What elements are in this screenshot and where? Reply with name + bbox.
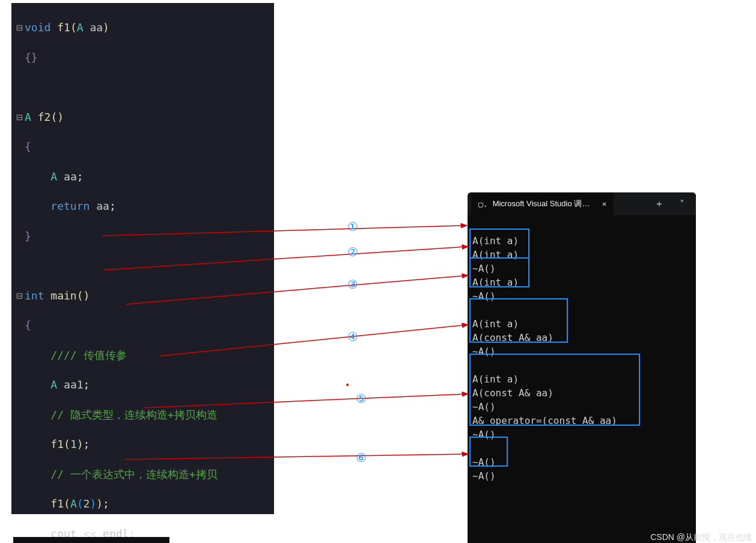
annotation-2: ②: [347, 245, 358, 259]
annotation-6: ⑥: [356, 450, 367, 465]
console-line: A(int a): [472, 277, 519, 288]
terminal-icon: ▢.: [478, 200, 488, 209]
annotation-4: ④: [347, 330, 358, 344]
bottom-segment: [13, 537, 169, 543]
console-line: ~A(): [472, 456, 496, 468]
console-line: ~A(): [472, 470, 496, 482]
console-line: A(int a): [472, 373, 519, 385]
console-line: ~A(): [472, 346, 496, 357]
console-output: A(int a) A(int a) ~A() A(int a) ~A() A(i…: [468, 215, 696, 543]
annotation-3: ③: [347, 277, 358, 292]
console-line: A(int a): [472, 318, 519, 330]
code-editor: ⊟void f1(A aa) {} ⊟A f2() { A aa; return…: [11, 3, 274, 514]
console-line: A& operator=(const A& aa): [472, 415, 617, 426]
console-line: ~A(): [472, 290, 496, 302]
tab-dropdown-button[interactable]: ˅: [672, 198, 692, 210]
console-line: ~A(): [472, 401, 496, 413]
watermark: CSDN @从前慢，现在也慢: [650, 532, 752, 543]
new-tab-button[interactable]: ＋: [649, 198, 669, 210]
console-line: A(const A& aa): [472, 332, 553, 343]
console-line: ~A(): [472, 429, 496, 440]
keyword-void: void: [25, 21, 50, 34]
console-line: A(int a): [472, 235, 519, 247]
close-icon[interactable]: ×: [602, 200, 607, 209]
annotation-1: ①: [347, 219, 358, 234]
red-dot: •: [345, 380, 350, 390]
console-tab-label: Microsoft Visual Studio 调试控: [493, 198, 595, 209]
console-line: A(const A& aa): [472, 387, 553, 399]
console-line: ~A(): [472, 263, 496, 274]
annotation-5: ⑤: [356, 391, 367, 406]
console-window: ▢. Microsoft Visual Studio 调试控 × ＋ ˅ A(i…: [468, 192, 696, 543]
console-titlebar[interactable]: ▢. Microsoft Visual Studio 调试控 × ＋ ˅: [468, 192, 696, 215]
console-line: A(int a): [472, 249, 519, 260]
console-tab[interactable]: ▢. Microsoft Visual Studio 调试控 ×: [471, 192, 614, 215]
